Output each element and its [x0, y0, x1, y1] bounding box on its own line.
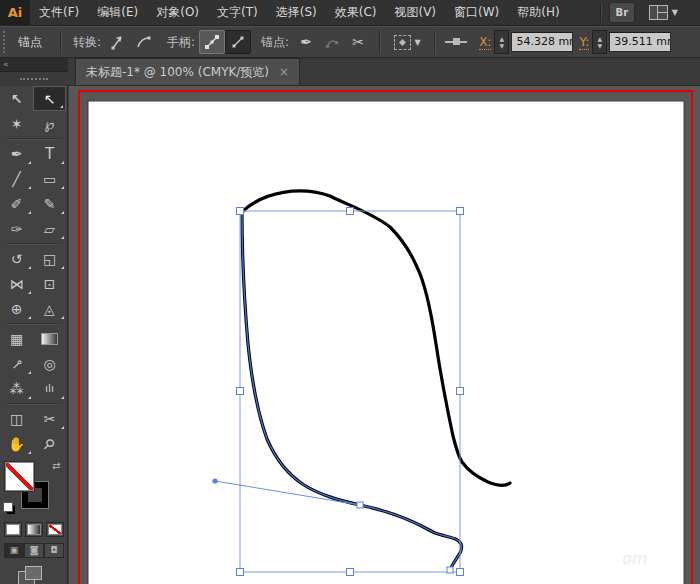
direction-handle-endpoint[interactable] [212, 478, 217, 483]
stepper-down-icon[interactable]: ▼ [597, 43, 602, 49]
x-stepper[interactable]: ▲ ▼ [494, 30, 509, 54]
menu-item-view[interactable]: 视图(V) [385, 0, 445, 25]
gradient-button[interactable] [25, 522, 43, 537]
bbox-handle-top-left[interactable] [237, 208, 244, 215]
menu-item-window[interactable]: 窗口(W) [445, 0, 508, 25]
anchor-panel-label: 锚点 [18, 34, 42, 51]
blend-tool-button[interactable]: ◎ [33, 351, 66, 376]
y-coordinate-field[interactable]: 39.511 mm [609, 32, 671, 52]
symbol-sprayer-tool-button[interactable]: ⁂ [0, 376, 33, 401]
mesh-tool-button[interactable]: ▦ [0, 326, 33, 351]
swap-fill-stroke-icon[interactable]: ⇄ [52, 460, 60, 471]
connect-endpoints-button[interactable] [319, 30, 345, 54]
lasso-tool-button[interactable]: ℘ [33, 111, 66, 136]
stepper-up-icon[interactable]: ▲ [597, 36, 602, 42]
line-segment-tool-button[interactable]: ╱ [0, 166, 33, 191]
shape-builder-tool-button[interactable]: ⊕ [0, 296, 33, 321]
gradient-tool-button[interactable] [33, 326, 66, 351]
width-tool-button[interactable]: ⋈ [0, 271, 33, 296]
anchor-point-end[interactable] [447, 567, 453, 573]
magic-wand-tool-button[interactable]: ✶ [0, 111, 33, 136]
menu-item-select[interactable]: 选择(S) [267, 0, 326, 25]
hand-tool-button[interactable]: ✋ [0, 431, 33, 456]
workspace-layout-icon [649, 5, 668, 20]
chevron-down-icon: ▼ [672, 8, 678, 17]
fill-swatch[interactable] [5, 462, 34, 491]
draw-inside-icon: ◘ [50, 546, 57, 555]
stepper-up-icon[interactable]: ▲ [500, 36, 505, 42]
paintbrush-tool-button[interactable]: ✐ [0, 191, 33, 216]
blend-tool-icon: ◎ [43, 356, 55, 372]
remove-anchor-button[interactable]: ✒ [293, 30, 319, 54]
menu-item-edit[interactable]: 编辑(E) [88, 0, 147, 25]
draw-normal-button[interactable]: ▣ [4, 543, 24, 558]
artboard-tool-button[interactable]: ◫ [0, 406, 33, 431]
column-graph-tool-button[interactable]: ılı [33, 376, 66, 401]
rotate-tool-button[interactable]: ↺ [0, 246, 33, 271]
rectangle-tool-button[interactable]: ▭ [33, 166, 66, 191]
bbox-handle-left-mid[interactable] [237, 388, 244, 395]
menu-item-type[interactable]: 文字(T) [208, 0, 267, 25]
slice-tool-button[interactable]: ✂ [33, 406, 66, 431]
stepper-down-icon[interactable]: ▼ [500, 43, 505, 49]
zoom-tool-button[interactable]: ⚲ [33, 431, 66, 456]
scale-tool-button[interactable]: ◱ [33, 246, 66, 271]
direct-selection-tool-button[interactable]: ↖ [33, 86, 66, 111]
drawing-mode-row: ▣ ◙ ◘ [0, 537, 67, 558]
canvas-area[interactable]: om [69, 86, 700, 584]
none-button[interactable] [46, 522, 64, 537]
screen-mode-button[interactable] [18, 566, 42, 584]
menu-item-help[interactable]: 帮助(H) [508, 0, 568, 25]
scale-tool-icon: ◱ [43, 251, 56, 267]
collapse-panel-button[interactable]: « [0, 58, 68, 72]
convert-to-corner-button[interactable] [105, 30, 131, 54]
pen-nib-icon: ✒ [300, 34, 312, 50]
convert-smooth-icon [136, 34, 152, 50]
perspective-grid-tool-icon: ◬ [44, 301, 55, 317]
workspace-switcher-button[interactable]: ▼ [649, 5, 678, 20]
document-tab[interactable]: 未标题-1* @ 100% (CMYK/预览) × [75, 58, 300, 85]
bridge-button[interactable]: Br [609, 2, 635, 23]
bbox-handle-top-right[interactable] [457, 208, 464, 215]
free-transform-tool-button[interactable]: ⊡ [33, 271, 66, 296]
screen-mode-icon [25, 566, 42, 580]
bbox-handle-top-mid[interactable] [347, 208, 354, 215]
perspective-grid-tool-button[interactable]: ◬ [33, 296, 66, 321]
default-fill-stroke-icon[interactable] [3, 502, 17, 515]
convert-to-smooth-button[interactable] [131, 30, 157, 54]
blob-brush-tool-button[interactable]: ✑ [0, 216, 33, 241]
hide-handles-toggle[interactable] [225, 30, 251, 54]
tools-panel-grip[interactable] [0, 72, 68, 86]
mesh-tool-icon: ▦ [10, 331, 23, 347]
show-handles-toggle[interactable] [199, 30, 225, 54]
menubar-divider [600, 4, 601, 22]
cut-path-button[interactable]: ✂ [345, 30, 371, 54]
eyedropper-tool-button[interactable]: ⊸ [0, 351, 33, 376]
menu-item-file[interactable]: 文件(F) [30, 0, 88, 25]
type-tool-button[interactable]: T [33, 141, 66, 166]
blob-brush-tool-icon: ✑ [11, 221, 23, 237]
handles-label: 手柄: [167, 34, 195, 51]
x-coordinate-field[interactable]: 54.328 mm [511, 32, 573, 52]
bbox-handle-bottom-right[interactable] [457, 569, 464, 576]
selection-tool-button[interactable]: ↖ [0, 86, 33, 111]
pen-tool-button[interactable]: ✒ [0, 141, 33, 166]
bbox-handle-bottom-mid[interactable] [347, 569, 354, 576]
menu-item-effect[interactable]: 效果(C) [326, 0, 386, 25]
close-icon[interactable]: × [279, 66, 289, 78]
y-stepper[interactable]: ▲ ▼ [592, 30, 607, 54]
isolate-icon [394, 35, 411, 50]
eraser-tool-button[interactable]: ▱ [33, 216, 66, 241]
scissors-icon: ✂ [352, 34, 364, 50]
draw-inside-button[interactable]: ◘ [44, 543, 64, 558]
bbox-handle-right-mid[interactable] [457, 388, 464, 395]
color-button[interactable] [4, 522, 22, 537]
draw-behind-button[interactable]: ◙ [24, 543, 44, 558]
menu-item-object[interactable]: 对象(O) [147, 0, 208, 25]
anchor-point-mid[interactable] [357, 502, 363, 508]
control-bar-grip[interactable] [3, 31, 10, 53]
type-tool-icon: T [45, 145, 54, 163]
pencil-tool-button[interactable]: ✎ [33, 191, 66, 216]
isolate-selection-button[interactable]: ▼ [388, 30, 426, 54]
bbox-handle-bottom-left[interactable] [237, 569, 244, 576]
